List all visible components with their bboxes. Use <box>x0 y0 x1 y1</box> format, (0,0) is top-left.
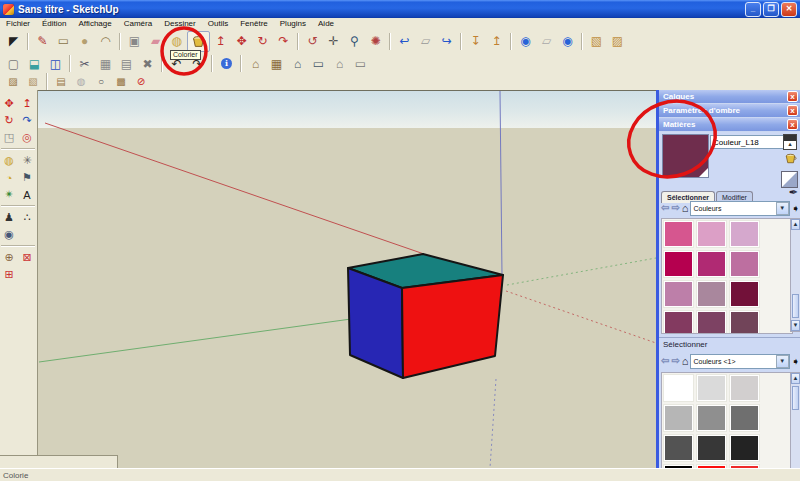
move-tool-button[interactable]: ✥ <box>231 32 252 51</box>
menu-camera[interactable]: Caméra <box>118 18 158 29</box>
chevron-down-icon[interactable]: ▼ <box>776 202 789 215</box>
color-swatch[interactable] <box>696 220 727 248</box>
scroll-down-icon[interactable]: ▼ <box>791 320 800 331</box>
secondary-collection-dropdown[interactable]: Couleurs <1> ▼ <box>690 354 789 369</box>
camera-shape-button[interactable]: ▱ <box>415 32 436 51</box>
toggle-secondary-pane-icon[interactable]: ▴ <box>783 134 797 150</box>
new-file-button[interactable]: ▢ <box>3 54 24 73</box>
color-swatch[interactable] <box>729 310 760 334</box>
close-icon[interactable]: x <box>787 119 798 130</box>
secondary-palette-scrollbar[interactable]: ▲ <box>790 372 800 480</box>
section-cut-tool-button[interactable]: ⊞ <box>0 266 18 283</box>
back-view-button[interactable]: ⌂ <box>329 54 350 73</box>
preview-model-globe-button[interactable]: ◉ <box>557 32 578 51</box>
orbit-tool-button[interactable]: ⊕ <box>0 249 18 266</box>
face-style-textured-button[interactable]: ▨ <box>3 75 23 89</box>
shadows-toggle-button[interactable]: ▤ <box>51 75 71 89</box>
rotate-tool-button[interactable]: ↻ <box>0 112 18 129</box>
side-view-button[interactable]: ▭ <box>350 54 371 73</box>
face-style-xray-button[interactable]: ◍ <box>71 75 91 89</box>
active-material-preview[interactable] <box>662 134 709 178</box>
face-style-wireframe-button[interactable]: ○ <box>91 75 111 89</box>
dimension-tool-button[interactable]: ⚑ <box>18 169 36 186</box>
previous-view-button[interactable]: ↩ <box>394 32 415 51</box>
color-swatch[interactable] <box>663 404 694 432</box>
select-tool-button[interactable]: ◤ <box>3 32 24 51</box>
color-swatch[interactable] <box>663 250 694 278</box>
zoom-extents-tool-button[interactable]: ✺ <box>365 32 386 51</box>
push-pull-tool-button[interactable]: ↥ <box>210 32 231 51</box>
share-model-button[interactable]: ▨ <box>607 32 628 51</box>
scale-tool-button[interactable]: ◳ <box>0 129 18 146</box>
color-swatch[interactable] <box>696 404 727 432</box>
color-swatch[interactable] <box>696 250 727 278</box>
details-arrow-icon[interactable]: ➧ <box>792 356 800 367</box>
offset-tool-button[interactable]: ◎ <box>18 129 36 146</box>
forward-arrow-icon[interactable]: ⇨ <box>671 201 679 215</box>
color-swatch[interactable] <box>729 374 760 402</box>
scroll-up-icon[interactable]: ▲ <box>791 373 800 384</box>
look-around-tool-button[interactable]: ◉ <box>0 226 18 243</box>
color-swatch[interactable] <box>696 280 727 308</box>
cube-right-face[interactable] <box>402 275 503 378</box>
color-swatch[interactable] <box>696 434 727 462</box>
color-swatch[interactable] <box>729 404 760 432</box>
cut-button[interactable]: ✂ <box>74 54 95 73</box>
model-info-button[interactable]: ℹ <box>216 54 237 73</box>
copy-button[interactable]: ▦ <box>95 54 116 73</box>
back-arrow-icon[interactable]: ⇦ <box>661 201 669 215</box>
next-view-button[interactable]: ↪ <box>436 32 457 51</box>
face-style-shaded-button[interactable]: ▧ <box>23 75 43 89</box>
drawing-canvas[interactable] <box>38 90 656 468</box>
minimize-button[interactable]: _ <box>745 2 761 17</box>
rotate-tool-button[interactable]: ↻ <box>252 32 273 51</box>
cube[interactable] <box>348 254 503 378</box>
color-swatch[interactable] <box>729 434 760 462</box>
materials-dialog-titlebar[interactable]: Matières x <box>659 118 800 131</box>
home-icon[interactable]: ⌂ <box>682 202 689 214</box>
zoom-tool-button[interactable]: ⚲ <box>344 32 365 51</box>
open-file-button[interactable]: ⬓ <box>24 54 45 73</box>
forward-arrow-icon[interactable]: ⇨ <box>671 354 679 368</box>
orbit-tool-button[interactable]: ↺ <box>302 32 323 51</box>
face-style-hidden-line-button[interactable]: ▩ <box>111 75 131 89</box>
axes-tool-button[interactable]: ✳ <box>18 152 36 169</box>
top-view-button[interactable]: ▦ <box>266 54 287 73</box>
eyedropper-icon[interactable]: ✒ <box>789 186 798 199</box>
color-swatch[interactable] <box>663 374 694 402</box>
color-swatch[interactable] <box>696 374 727 402</box>
color-swatch[interactable] <box>663 280 694 308</box>
follow-me-tool-button[interactable]: ↷ <box>273 32 294 51</box>
circle-tool-button[interactable]: ● <box>74 32 95 51</box>
shadows-off-button[interactable]: ⊘ <box>131 75 151 89</box>
paste-button[interactable]: ▤ <box>116 54 137 73</box>
plan-view-button[interactable]: ▭ <box>308 54 329 73</box>
get-models-button[interactable]: ▧ <box>586 32 607 51</box>
menu-plugins[interactable]: Plugins <box>274 18 312 29</box>
scroll-thumb[interactable] <box>792 386 799 410</box>
color-swatch[interactable] <box>663 220 694 248</box>
cube-left-face[interactable] <box>348 268 403 378</box>
color-swatch[interactable] <box>729 280 760 308</box>
scroll-up-icon[interactable]: ▲ <box>791 219 800 230</box>
push-pull-tool-button[interactable]: ↥ <box>18 95 36 112</box>
front-view-button[interactable]: ⌂ <box>287 54 308 73</box>
move-tool-button[interactable]: ✥ <box>0 95 18 112</box>
close-icon[interactable]: x <box>787 91 798 102</box>
make-component-tool-button[interactable]: ▣ <box>124 32 145 51</box>
details-arrow-icon[interactable]: ➧ <box>792 203 800 214</box>
menu-affichage[interactable]: Affichage <box>72 18 117 29</box>
pan-tool-button[interactable]: ✛ <box>323 32 344 51</box>
chevron-down-icon[interactable]: ▼ <box>776 355 789 368</box>
get-current-view-button[interactable]: ↧ <box>465 32 486 51</box>
iso-view-button[interactable]: ⌂ <box>245 54 266 73</box>
photo-textures-globe-button[interactable]: ◉ <box>515 32 536 51</box>
menu-edition[interactable]: Édition <box>36 18 72 29</box>
close-button[interactable]: ✕ <box>781 2 797 17</box>
restore-button[interactable]: ❐ <box>763 2 779 17</box>
erase-button[interactable]: ✖ <box>137 54 158 73</box>
material-name-input[interactable] <box>710 135 794 149</box>
color-swatch[interactable] <box>663 434 694 462</box>
color-swatch[interactable] <box>729 250 760 278</box>
color-swatch[interactable] <box>663 310 694 334</box>
